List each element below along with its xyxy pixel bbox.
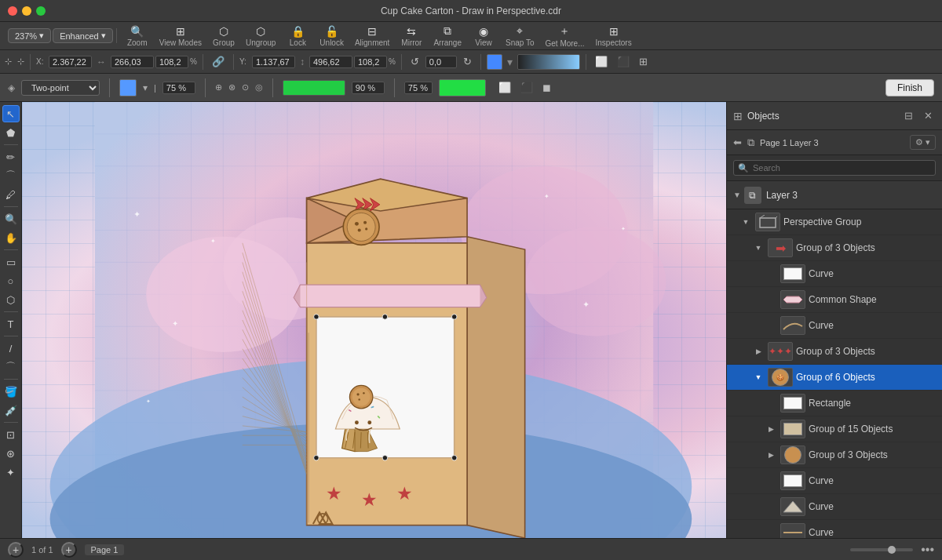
- panel-title: Objects: [747, 111, 896, 122]
- line-tool[interactable]: /: [2, 340, 20, 357]
- select-tool[interactable]: ↖: [2, 105, 20, 122]
- tree-item-group3-2[interactable]: ✦✦✦ Group of 3 Objects: [727, 339, 942, 365]
- lock-button[interactable]: 🔒 Lock: [282, 22, 313, 50]
- tree-arrow-group3-1[interactable]: [752, 242, 765, 254]
- fill-button[interactable]: ⬛: [614, 54, 633, 69]
- curve-tool[interactable]: ⌒: [2, 358, 20, 376]
- outline-button[interactable]: ⬜: [592, 54, 611, 69]
- ellipse-tool[interactable]: ○: [2, 272, 20, 289]
- tree-item-curve2[interactable]: Curve: [727, 313, 942, 339]
- rotation-input[interactable]: [425, 56, 457, 68]
- opacity1-input[interactable]: [162, 82, 195, 94]
- pen-tool[interactable]: 🖊: [2, 186, 20, 203]
- persp-icon1[interactable]: ⬜: [495, 80, 514, 95]
- tree-arrow-group15[interactable]: [765, 423, 777, 435]
- eyedropper-tool[interactable]: 💉: [2, 402, 20, 419]
- zoom-slider[interactable]: [850, 548, 913, 551]
- svg-point-55: [355, 222, 359, 226]
- blend-tool[interactable]: ⊛: [2, 445, 20, 462]
- panel-expand-button[interactable]: ⊟: [901, 108, 916, 123]
- rotation-icon[interactable]: ↻: [460, 54, 475, 69]
- ungroup-button[interactable]: ⬡ Ungroup: [241, 22, 280, 50]
- text-tool[interactable]: T: [2, 315, 20, 333]
- view-mode-dropdown[interactable]: Enhanced ▾: [53, 28, 113, 43]
- persp-color2-swatch[interactable]: [439, 79, 486, 96]
- add-page-button[interactable]: +: [8, 542, 24, 558]
- unlock-button[interactable]: 🔓 Unlock: [315, 22, 349, 50]
- alignment-button[interactable]: ⊟ Alignment: [350, 22, 394, 50]
- x-input[interactable]: [49, 56, 92, 68]
- finish-button[interactable]: Finish: [885, 79, 934, 96]
- persp-icon3[interactable]: ◼: [539, 80, 554, 95]
- panel-header: ⊞ Objects ⊟ ✕: [727, 102, 942, 130]
- tree-item-curve3[interactable]: Curve: [727, 468, 942, 494]
- group-button[interactable]: ⬡ Group: [208, 22, 239, 50]
- w-input[interactable]: [111, 56, 154, 68]
- search-input[interactable]: [733, 160, 936, 176]
- zoom-tool[interactable]: 🔍: [2, 210, 20, 227]
- svg-point-56: [363, 221, 367, 224]
- tree-item-perspective-group[interactable]: Perspective Group: [727, 209, 942, 235]
- canvas-area[interactable]: ✦ ✦ ✦ ✦ ✦ ✦ ✦ ✦: [22, 102, 726, 538]
- effects-tool[interactable]: ✦: [2, 464, 20, 481]
- panel-close-button[interactable]: ✕: [921, 108, 936, 123]
- tree-item-curve4[interactable]: Curve: [727, 494, 942, 520]
- zoom-thumb[interactable]: [888, 546, 896, 554]
- reset-size-button[interactable]: ↺: [407, 54, 422, 69]
- tree-item-group15[interactable]: Group of 15 Objects: [727, 416, 942, 442]
- more-options-button[interactable]: •••: [921, 543, 934, 557]
- close-button[interactable]: [8, 6, 17, 16]
- h-pct-input[interactable]: [354, 56, 387, 68]
- extra-button[interactable]: ⊞: [636, 54, 651, 69]
- maximize-button[interactable]: [36, 6, 46, 16]
- opacity3-input[interactable]: [404, 82, 433, 94]
- tree-thumb-common-shape: [780, 290, 805, 309]
- zoom-button[interactable]: 🔍 Zoom: [122, 22, 153, 50]
- y-input[interactable]: [252, 56, 295, 68]
- perspective-mode-select[interactable]: Two-point: [21, 80, 100, 96]
- tree-arrow-perspective-group[interactable]: [739, 216, 752, 228]
- shape-tool[interactable]: ⬟: [2, 124, 20, 141]
- tree-item-curve5[interactable]: Curve: [727, 520, 942, 538]
- freehand-tool[interactable]: ✏: [2, 148, 20, 165]
- tree-arrow-group6[interactable]: [752, 371, 765, 384]
- bezier-tool[interactable]: ⌒: [2, 167, 20, 184]
- svg-point-78: [382, 315, 388, 320]
- inspectors-button[interactable]: ⊞ Inspectors: [591, 22, 637, 50]
- mirror-button[interactable]: ⇆ Mirror: [396, 22, 427, 50]
- arrange-button[interactable]: ⧉ Arrange: [429, 21, 466, 50]
- fill-color-swatch[interactable]: [487, 54, 502, 70]
- next-page-button[interactable]: +: [61, 542, 77, 558]
- layer-collapse-arrow[interactable]: ▼: [733, 191, 741, 199]
- get-more-button[interactable]: ＋ Get More...: [540, 21, 589, 51]
- tree-item-rect1[interactable]: Rectangle: [727, 391, 942, 416]
- lock-ratio-button[interactable]: 🔗: [209, 54, 228, 69]
- tree-item-curve1[interactable]: Curve: [727, 261, 942, 287]
- pan-tool[interactable]: ✋: [2, 229, 20, 246]
- tree-item-common-shape[interactable]: Common Shape: [727, 287, 942, 313]
- svg-point-76: [314, 456, 319, 461]
- persp-icon2[interactable]: ⬛: [517, 80, 536, 95]
- polygon-tool[interactable]: ⬡: [2, 291, 20, 308]
- tree-item-group6[interactable]: 🍪 Group of 6 Objects: [727, 365, 942, 391]
- layer-settings-button[interactable]: ⚙ ▾: [910, 135, 936, 150]
- tree-arrow-group3-2[interactable]: [752, 345, 765, 358]
- snap-to-button[interactable]: ⌖ Snap To: [501, 21, 539, 50]
- objects-panel: ⊞ Objects ⊟ ✕ ⬅ ⧉ Page 1 Layer 3 ⚙ ▾ 🔍 ▼…: [726, 102, 942, 538]
- view-button[interactable]: ◉ View: [468, 22, 499, 50]
- minimize-button[interactable]: [22, 6, 31, 16]
- w-pct-input[interactable]: [155, 56, 188, 68]
- svg-text:✦: ✦: [146, 398, 151, 404]
- tree-arrow-group3-3[interactable]: [765, 449, 777, 461]
- opacity2-input[interactable]: [352, 82, 385, 94]
- svg-point-69: [355, 420, 359, 424]
- zoom-dropdown[interactable]: 237% ▾: [8, 28, 51, 43]
- view-modes-button[interactable]: ⊞ View Modes: [155, 22, 206, 50]
- rect-tool[interactable]: ▭: [2, 253, 20, 271]
- fill-tool[interactable]: 🪣: [2, 383, 20, 400]
- perspective-tool[interactable]: ⊡: [2, 426, 20, 443]
- h-input[interactable]: [309, 56, 352, 68]
- tree-item-group3-3[interactable]: Group of 3 Objects: [727, 442, 942, 468]
- persp-color-swatch[interactable]: [119, 79, 137, 96]
- tree-item-group3-1[interactable]: ➡ Group of 3 Objects: [727, 235, 942, 261]
